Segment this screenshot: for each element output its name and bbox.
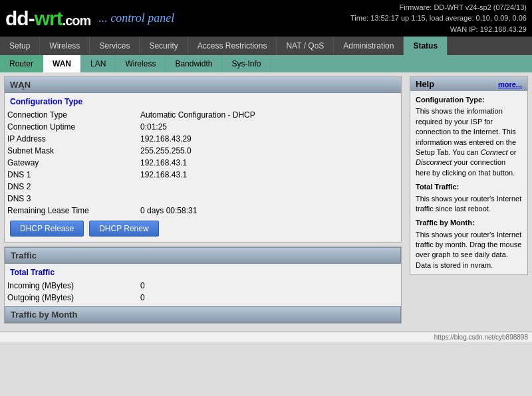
config-table: Connection Type Automatic Configuration … — [5, 109, 401, 217]
traffic-header: Traffic — [5, 247, 401, 264]
nav-security[interactable]: Security — [140, 37, 188, 55]
table-row: Connection Uptime 0:01:25 — [5, 121, 401, 133]
label-dns3: DNS 3 — [5, 193, 138, 205]
nav-administration[interactable]: Administration — [334, 37, 404, 55]
label-connection-uptime: Connection Uptime — [5, 121, 138, 133]
logo-com: .com — [63, 13, 91, 28]
header: dd-wrt.com ... control panel Firmware: D… — [0, 0, 532, 37]
table-row: Gateway 192.168.43.1 — [5, 157, 401, 169]
help-text-total: This shows your router's Internet traffi… — [416, 194, 522, 215]
table-row: DNS 2 — [5, 181, 401, 193]
table-row: DNS 3 — [5, 193, 401, 205]
wan-ip-info: WAN IP: 192.168.43.29 — [350, 24, 527, 35]
firmware-info: Firmware: DD-WRT v24-sp2 (07/24/13) — [350, 2, 527, 13]
wan-section: WĄN Configuration Type Connection Type A… — [4, 76, 402, 243]
value-dns2 — [138, 181, 401, 193]
subnav-router[interactable]: Router — [0, 55, 43, 72]
value-connection-uptime: 0:01:25 — [138, 121, 401, 133]
content-wrapper: WĄN Configuration Type Connection Type A… — [0, 72, 532, 332]
label-dns1: DNS 1 — [5, 169, 138, 181]
table-row: Connection Type Automatic Configuration … — [5, 109, 401, 121]
logo-area: dd-wrt.com ... control panel — [5, 7, 174, 30]
traffic-section: Traffic Total Traffic Incoming (MBytes) … — [4, 247, 402, 324]
dhcp-renew-button[interactable]: DHCP Renew — [89, 221, 158, 237]
status-url: https://blog.csdn.net/cyb898898 — [434, 334, 528, 341]
nav-setup[interactable]: Setup — [0, 37, 40, 55]
help-content: Configuration Type: This shows the infor… — [410, 91, 527, 274]
help-text-month: This shows your router's Internet traffi… — [416, 230, 522, 271]
main-nav: Setup Wireless Services Security Access … — [0, 37, 532, 55]
more-link[interactable]: more... — [498, 80, 522, 88]
value-subnet-mask: 255.255.255.0 — [138, 145, 401, 157]
value-lease-time: 0 days 00:58:31 — [138, 205, 401, 217]
status-bar: https://blog.csdn.net/cyb898898 — [0, 332, 532, 342]
nav-services[interactable]: Services — [90, 37, 140, 55]
value-ip-address: 192.168.43.29 — [138, 133, 401, 145]
wan-title: WĄN — [5, 77, 401, 93]
value-incoming: 0 — [138, 280, 401, 292]
header-info: Firmware: DD-WRT v24-sp2 (07/24/13) Time… — [350, 2, 527, 35]
label-gateway: Gateway — [5, 157, 138, 169]
value-gateway: 192.168.43.1 — [138, 157, 401, 169]
label-subnet-mask: Subnet Mask — [5, 145, 138, 157]
right-panel: Help more... Configuration Type: This sh… — [406, 72, 532, 332]
label-connection-type: Connection Type — [5, 109, 138, 121]
help-header: Help more... — [410, 77, 527, 91]
logo-wrt: wrt — [35, 7, 63, 29]
table-row: IP Address 192.168.43.29 — [5, 133, 401, 145]
total-traffic-header: Total Traffic — [5, 264, 401, 280]
logo: dd-wrt.com — [5, 7, 90, 30]
table-row: Remaining Lease Time 0 days 00:58:31 — [5, 205, 401, 217]
dhcp-button-row: DHCP Release DHCP Renew — [5, 217, 401, 242]
subnav-bandwidth[interactable]: Bandwidth — [166, 55, 222, 72]
value-connection-type: Automatic Configuration - DHCP — [138, 109, 401, 121]
value-outgoing: 0 — [138, 292, 401, 304]
nav-wireless[interactable]: Wireless — [40, 37, 90, 55]
subnav-lan[interactable]: LAN — [81, 55, 116, 72]
traffic-by-month-header: Traffic by Month — [5, 306, 401, 323]
subnav-wireless[interactable]: Wireless — [116, 55, 166, 72]
label-incoming: Incoming (MBytes) — [5, 280, 138, 292]
dhcp-release-button[interactable]: DHCP Release — [10, 221, 84, 237]
label-ip-address: IP Address — [5, 133, 138, 145]
help-section-title-config: Configuration Type: — [416, 95, 522, 105]
logo-dd: dd — [5, 7, 29, 29]
sub-nav: Router WAN LAN Wireless Bandwidth Sys-In… — [0, 55, 532, 72]
nav-status[interactable]: Status — [404, 37, 448, 55]
nav-nat-qos[interactable]: NAT / QoS — [277, 37, 334, 55]
label-outgoing: Outgoing (MBytes) — [5, 292, 138, 304]
table-row: DNS 1 192.168.43.1 — [5, 169, 401, 181]
config-type-header: Configuration Type — [5, 93, 401, 109]
table-row: Outgoing (MBytes) 0 — [5, 292, 401, 304]
help-section-title-month: Traffic by Month: — [416, 218, 522, 228]
logo-tagline: ... control panel — [98, 11, 174, 25]
label-lease-time: Remaining Lease Time — [5, 205, 138, 217]
value-dns3 — [138, 193, 401, 205]
help-text-config: This shows the information required by y… — [416, 106, 522, 178]
table-row: Incoming (MBytes) 0 — [5, 280, 401, 292]
time-info: Time: 13:52:17 up 1:15, load average: 0.… — [350, 13, 527, 24]
label-dns2: DNS 2 — [5, 181, 138, 193]
subnav-sys-info[interactable]: Sys-Info — [222, 55, 271, 72]
logo-dash: - — [29, 7, 35, 29]
subnav-wan[interactable]: WAN — [43, 55, 81, 72]
left-panel: WĄN Configuration Type Connection Type A… — [0, 72, 406, 332]
help-section-title-total: Total Traffic: — [416, 182, 522, 192]
help-title: Help — [416, 79, 434, 89]
traffic-table: Incoming (MBytes) 0 Outgoing (MBytes) 0 — [5, 280, 401, 304]
nav-access-restrictions[interactable]: Access Restrictions — [188, 37, 277, 55]
table-row: Subnet Mask 255.255.255.0 — [5, 145, 401, 157]
help-box: Help more... Configuration Type: This sh… — [410, 76, 528, 275]
value-dns1: 192.168.43.1 — [138, 169, 401, 181]
